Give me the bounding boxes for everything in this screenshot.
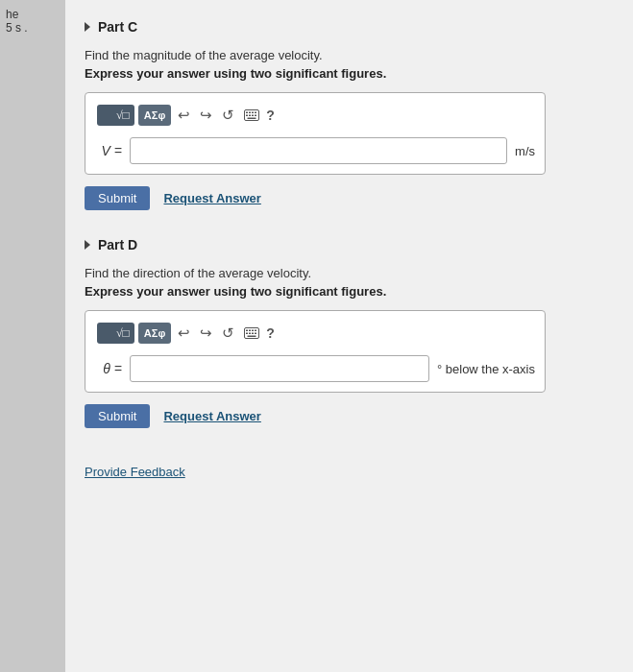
part-c-request-answer-link[interactable]: Request Answer xyxy=(163,191,260,205)
svg-rect-3 xyxy=(252,112,254,114)
part-c-answer-input[interactable] xyxy=(130,137,507,164)
main-content: Part C Find the magnitude of the average… xyxy=(65,0,633,672)
svg-rect-2 xyxy=(249,112,251,114)
left-sidebar: he 5 s . xyxy=(0,0,65,672)
svg-rect-12 xyxy=(249,330,251,332)
part-c-header: Part C xyxy=(85,19,610,35)
collapse-icon-d[interactable] xyxy=(85,240,90,250)
sqrt-button-c[interactable]: √□ xyxy=(97,105,134,126)
svg-rect-4 xyxy=(255,112,256,114)
part-d-answer-row: θ = ° below the x-axis xyxy=(95,355,535,382)
keyboard-icon-c[interactable] xyxy=(241,108,262,123)
svg-rect-11 xyxy=(246,330,248,332)
collapse-icon-c[interactable] xyxy=(85,22,90,32)
part-c-toolbar: √□ ΑΣφ ↩ ↪ ↺ xyxy=(95,101,535,130)
redo-icon-d[interactable]: ↪ xyxy=(197,323,215,344)
part-d-toolbar: √□ ΑΣφ ↩ ↪ ↺ xyxy=(95,319,535,348)
svg-rect-6 xyxy=(249,115,251,117)
sidebar-text-line2: 5 s . xyxy=(6,21,60,35)
part-c-unit: m/s xyxy=(515,144,535,158)
part-d-submit-button[interactable]: Submit xyxy=(85,404,150,428)
part-d-label: Part D xyxy=(98,237,137,252)
part-d-buttons-row: Submit Request Answer xyxy=(85,404,610,428)
sidebar-text-line1: he xyxy=(6,8,60,21)
sqrt-button-d[interactable]: √□ xyxy=(97,323,134,344)
svg-rect-7 xyxy=(252,115,254,117)
part-c-var-label: V = xyxy=(95,143,122,158)
svg-rect-1 xyxy=(246,112,248,114)
svg-rect-19 xyxy=(248,336,256,338)
part-c-label: Part C xyxy=(98,19,137,35)
part-d-answer-input[interactable] xyxy=(130,355,429,382)
part-c-question: Find the magnitude of the average veloci… xyxy=(85,48,610,62)
footer: Provide Feedback xyxy=(85,455,610,479)
part-c-submit-button[interactable]: Submit xyxy=(85,186,150,210)
refresh-icon-d[interactable]: ↺ xyxy=(219,323,237,344)
part-d-instruction: Express your answer using two significan… xyxy=(85,284,610,299)
svg-rect-13 xyxy=(252,330,254,332)
help-icon-d[interactable]: ? xyxy=(266,325,275,341)
svg-rect-15 xyxy=(246,333,248,335)
part-d-question: Find the direction of the average veloci… xyxy=(85,266,610,280)
provide-feedback-link[interactable]: Provide Feedback xyxy=(85,465,185,479)
svg-rect-14 xyxy=(255,330,256,332)
part-c-buttons-row: Submit Request Answer xyxy=(85,186,610,210)
part-d-unit: ° below the x-axis xyxy=(437,362,535,376)
refresh-icon-c[interactable]: ↺ xyxy=(219,105,237,126)
help-icon-c[interactable]: ? xyxy=(266,108,275,123)
redo-icon-c[interactable]: ↪ xyxy=(197,105,215,126)
svg-rect-17 xyxy=(252,333,254,335)
ase-button-d[interactable]: ΑΣφ xyxy=(138,323,171,344)
part-c-answer-row: V = m/s xyxy=(95,137,535,164)
undo-icon-c[interactable]: ↩ xyxy=(175,105,193,126)
part-d-var-label: θ = xyxy=(95,361,122,376)
svg-rect-5 xyxy=(246,115,248,117)
svg-rect-16 xyxy=(249,333,251,335)
part-c-section: Part C Find the magnitude of the average… xyxy=(85,19,610,210)
svg-rect-8 xyxy=(255,115,256,117)
keyboard-icon-d[interactable] xyxy=(241,325,262,341)
undo-icon-d[interactable]: ↩ xyxy=(175,323,193,344)
svg-rect-18 xyxy=(255,333,256,335)
part-d-request-answer-link[interactable]: Request Answer xyxy=(163,409,260,423)
part-d-header: Part D xyxy=(85,237,610,252)
small-box-icon-d xyxy=(102,326,115,340)
part-c-instruction: Express your answer using two significan… xyxy=(85,66,610,81)
ase-button-c[interactable]: ΑΣφ xyxy=(138,105,171,126)
part-c-input-box: √□ ΑΣφ ↩ ↪ ↺ xyxy=(85,92,546,175)
small-box-icon-c xyxy=(102,108,115,122)
part-d-input-box: √□ ΑΣφ ↩ ↪ ↺ xyxy=(85,310,546,393)
svg-rect-9 xyxy=(248,118,256,120)
part-d-section: Part D Find the direction of the average… xyxy=(85,237,610,428)
